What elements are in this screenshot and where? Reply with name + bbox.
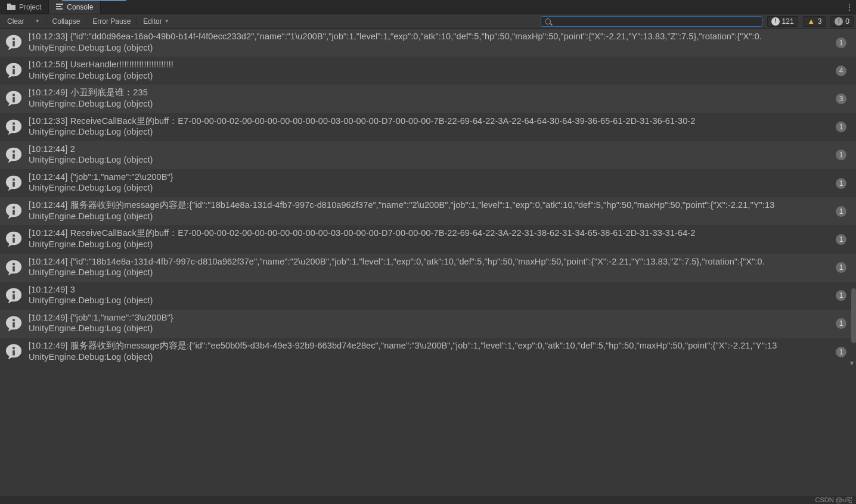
log-count-badge: 1	[836, 347, 846, 357]
tab-console-label: Console	[67, 3, 93, 11]
log-message: [10:12:44] {"job":1,"name":"2\u200B"}Uni…	[29, 172, 173, 194]
tab-active-highlight	[62, 0, 126, 1]
log-count-badge: 4	[836, 66, 846, 76]
log-row[interactable]: [10:12:44] {"id":"18b14e8a-131d-4fb7-997…	[0, 254, 856, 282]
log-row[interactable]: [10:12:44] 2UnityEngine.Debug:Log (objec…	[0, 141, 856, 169]
log-info-icon	[4, 201, 24, 221]
console-search[interactable]	[541, 16, 762, 27]
svg-rect-4	[13, 94, 15, 97]
log-row[interactable]: [10:12:56] UserHandler!!!!!!!!!!!!!!!!!!…	[0, 57, 856, 85]
log-row[interactable]: [10:12:44] ReceiveCallBack里的buff：E7-00-0…	[0, 225, 856, 253]
svg-rect-12	[13, 207, 15, 209]
svg-rect-3	[13, 69, 15, 74]
log-count-badge: 1	[836, 178, 846, 189]
log-info-icon	[4, 88, 24, 108]
log-row[interactable]: [10:12:44] 服务器收到的message内容是:{"id":"18b14…	[0, 197, 856, 225]
tab-project[interactable]: Project	[0, 0, 49, 14]
warn-count-toggle[interactable]: ▲ 3	[803, 16, 826, 27]
log-message: [10:12:49] 小丑到底是谁：235UnityEngine.Debug:L…	[29, 87, 153, 109]
svg-rect-14	[13, 235, 15, 237]
svg-rect-7	[13, 126, 15, 130]
log-row[interactable]: [10:12:49] 3UnityEngine.Debug:Log (objec…	[0, 282, 856, 310]
panel-tabs: Project Console ⋮	[0, 0, 856, 14]
log-row[interactable]: [10:12:33] ReceiveCallBack里的buff：E7-00-0…	[0, 113, 856, 141]
svg-rect-18	[13, 291, 15, 293]
log-row[interactable]: [10:12:49] 服务器收到的message内容是:{"id":"ee50b…	[0, 338, 856, 366]
tab-project-label: Project	[19, 3, 41, 11]
svg-rect-21	[13, 322, 15, 327]
log-info-icon	[4, 257, 24, 278]
log-count-badge: 1	[836, 262, 846, 273]
log-message: [10:12:49] 3UnityEngine.Debug:Log (objec…	[29, 284, 153, 306]
log-row[interactable]: [10:12:44] {"job":1,"name":"2\u200B"}Uni…	[0, 169, 856, 197]
log-info-icon	[4, 32, 24, 52]
svg-rect-2	[13, 66, 15, 69]
svg-rect-9	[13, 154, 15, 158]
error-pause-button[interactable]: Error Pause	[88, 16, 137, 27]
svg-rect-6	[13, 122, 15, 125]
info-icon: !	[771, 17, 780, 26]
tab-console[interactable]: Console	[49, 0, 101, 14]
log-count-badge: 1	[836, 234, 846, 245]
svg-rect-20	[13, 319, 15, 321]
log-message: [10:12:44] {"id":"18b14e8a-131d-4fb7-997…	[29, 256, 765, 278]
svg-rect-5	[13, 98, 15, 102]
log-message: [10:12:56] UserHandler!!!!!!!!!!!!!!!!!!…	[29, 59, 173, 81]
log-info-icon	[4, 173, 24, 193]
console-log-list: ▲ [10:12:33] {"id":"dd0d96ea-16a0-49b0-b…	[0, 29, 856, 496]
log-row[interactable]: [10:12:49] {"job":1,"name":"3\u200B"}Uni…	[0, 310, 856, 338]
scroll-thumb[interactable]	[851, 288, 856, 343]
console-toolbar: Clear ▼ Collapse Error Pause Editor ▼ ! …	[0, 14, 856, 29]
log-count-badge: 1	[836, 290, 846, 301]
error-icon: !	[835, 17, 843, 26]
warn-count: 3	[818, 17, 822, 26]
svg-rect-15	[13, 238, 15, 242]
log-info-icon	[4, 229, 24, 249]
svg-rect-19	[13, 294, 15, 299]
warning-icon: ▲	[807, 17, 815, 26]
log-count-badge: 1	[836, 150, 846, 160]
log-info-icon	[4, 285, 24, 306]
clear-button[interactable]: Clear	[2, 16, 29, 27]
log-count-badge: 1	[836, 122, 846, 132]
watermark-footer: CSDN @u宅	[0, 496, 856, 504]
error-count-toggle[interactable]: ! 0	[830, 16, 854, 27]
log-row[interactable]: [10:12:49] 小丑到底是谁：235UnityEngine.Debug:L…	[0, 85, 856, 113]
log-info-icon	[4, 145, 24, 165]
console-icon	[56, 4, 63, 11]
svg-rect-10	[13, 178, 15, 181]
editor-dropdown[interactable]: Editor ▼	[138, 16, 173, 27]
info-count-toggle[interactable]: ! 121	[767, 16, 798, 27]
info-count: 121	[782, 17, 794, 26]
log-message: [10:12:49] 服务器收到的message内容是:{"id":"ee50b…	[29, 340, 777, 362]
svg-rect-8	[13, 150, 15, 153]
svg-rect-1	[13, 41, 15, 46]
log-info-icon	[4, 117, 24, 137]
log-message: [10:12:49] {"job":1,"name":"3\u200B"}Uni…	[29, 312, 173, 334]
svg-rect-0	[13, 38, 15, 41]
error-pause-label: Error Pause	[92, 17, 131, 26]
collapse-label: Collapse	[52, 17, 80, 26]
vertical-scrollbar[interactable]	[851, 29, 856, 496]
log-count-badge: 1	[836, 206, 846, 217]
log-message: [10:12:33] ReceiveCallBack里的buff：E7-00-0…	[29, 116, 695, 138]
collapse-button[interactable]: Collapse	[48, 16, 87, 27]
clear-dropdown[interactable]: ▼	[30, 17, 46, 25]
log-message: [10:12:44] 服务器收到的message内容是:{"id":"18b14…	[29, 200, 774, 222]
svg-rect-23	[13, 350, 15, 355]
log-count-badge: 3	[836, 94, 846, 104]
clear-label: Clear	[7, 17, 24, 26]
log-row[interactable]: [10:12:33] {"id":"dd0d96ea-16a0-49b0-b14…	[0, 29, 856, 57]
error-count: 0	[845, 17, 849, 26]
log-count-badge: 1	[836, 318, 846, 329]
folder-icon	[7, 4, 15, 10]
log-info-icon	[4, 313, 24, 334]
chevron-down-icon: ▼	[35, 18, 40, 24]
panel-menu-kebab[interactable]: ⋮	[843, 0, 856, 14]
svg-rect-11	[13, 182, 15, 186]
log-info-icon	[4, 341, 24, 362]
log-message: [10:12:44] ReceiveCallBack里的buff：E7-00-0…	[29, 228, 695, 250]
search-input[interactable]	[554, 18, 758, 25]
svg-rect-13	[13, 210, 15, 214]
log-info-icon	[4, 60, 24, 80]
